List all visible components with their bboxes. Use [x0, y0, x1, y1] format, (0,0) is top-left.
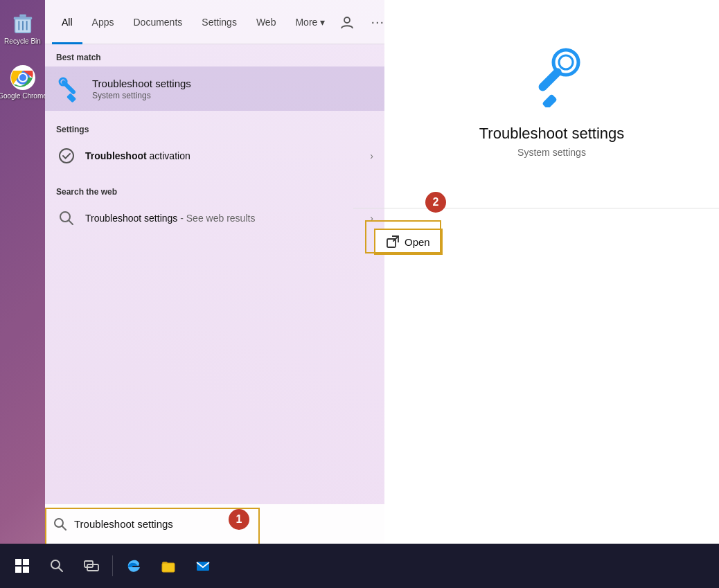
web-chevron-icon: ›	[370, 213, 373, 224]
svg-rect-26	[23, 559, 29, 565]
task-view-button[interactable]	[75, 549, 108, 582]
svg-line-30	[59, 568, 63, 572]
svg-point-18	[559, 55, 573, 69]
best-match-subtitle: System settings	[92, 91, 191, 100]
edge-button[interactable]	[117, 549, 150, 582]
tabs-right-area: ···	[335, 10, 390, 35]
web-section-label: Search the web	[45, 179, 384, 201]
tab-web[interactable]: Web	[247, 0, 286, 44]
more-chevron-icon: ▾	[320, 17, 325, 28]
person-icon-button[interactable]	[335, 10, 360, 35]
chrome-image	[10, 64, 36, 91]
mail-button[interactable]	[186, 549, 220, 582]
settings-item-title: Troubleshoot activation	[85, 150, 370, 161]
tab-all[interactable]: All	[52, 0, 82, 44]
right-panel: Troubleshoot settings System settings	[384, 0, 719, 544]
web-title-suffix: - See web results	[177, 213, 255, 224]
svg-rect-33	[162, 563, 175, 572]
best-match-title: Troubleshoot settings	[92, 78, 191, 89]
open-button-area: Open	[374, 229, 443, 255]
best-match-text: Troubleshoot settings System settings	[92, 78, 191, 100]
start-button[interactable]	[6, 549, 39, 582]
search-panel: All Apps Documents Settings Web More ▾ ·…	[45, 0, 384, 544]
app-icon-large	[517, 42, 587, 111]
search-results-area: Best match Troubleshoot settings System …	[45, 44, 384, 544]
web-item-title: Troubleshoot settings - See web results	[85, 213, 370, 224]
search-box-container	[45, 504, 384, 544]
taskbar-search-button[interactable]	[40, 549, 73, 582]
best-match-icon	[56, 75, 84, 103]
task-view-icon	[84, 558, 99, 573]
open-button-label: Open	[405, 236, 430, 248]
open-button[interactable]: Open	[374, 229, 443, 255]
svg-rect-13	[66, 93, 76, 103]
taskbar-divider-1	[112, 555, 113, 576]
web-title-main: Troubleshoot settings	[85, 213, 177, 224]
tab-settings[interactable]: Settings	[192, 0, 247, 44]
desktop-icon-area: Recycle Bin Google Chrome	[0, 0, 45, 588]
svg-point-14	[60, 149, 73, 163]
tab-documents[interactable]: Documents	[123, 0, 192, 44]
file-explorer-icon	[161, 558, 176, 573]
mail-icon	[195, 558, 211, 573]
settings-item-activation[interactable]: Troubleshoot activation ›	[45, 139, 384, 173]
right-panel-subtitle: System settings	[517, 147, 586, 158]
chrome-icon[interactable]: Google Chrome	[3, 62, 43, 103]
tab-more[interactable]: More ▾	[285, 0, 335, 44]
right-panel-title: Troubleshoot settings	[479, 125, 625, 143]
taskbar	[0, 544, 719, 588]
taskbar-search-icon	[50, 559, 64, 573]
settings-section-label: Settings	[45, 116, 384, 139]
svg-rect-27	[15, 567, 21, 573]
search-tabs: All Apps Documents Settings Web More ▾ ·…	[45, 0, 384, 44]
tab-apps[interactable]: Apps	[82, 0, 124, 44]
file-explorer-button[interactable]	[152, 549, 185, 582]
right-panel-divider	[353, 208, 719, 208]
svg-rect-1	[13, 17, 32, 19]
svg-rect-25	[15, 559, 21, 565]
check-circle-icon	[56, 145, 77, 166]
search-input[interactable]	[74, 518, 376, 530]
step1-badge: 1	[229, 509, 249, 530]
step2-badge: 2	[425, 192, 446, 213]
svg-rect-34	[197, 562, 209, 571]
svg-line-16	[69, 220, 73, 224]
troubleshoot-bold: Troubleshoot	[85, 150, 147, 161]
svg-rect-20	[542, 93, 558, 107]
recycle-bin-icon[interactable]: Recycle Bin	[3, 7, 43, 48]
best-match-item[interactable]: Troubleshoot settings System settings	[45, 66, 384, 111]
web-search-icon	[56, 208, 77, 229]
activation-text: activation	[147, 150, 190, 161]
svg-rect-2	[19, 15, 26, 17]
settings-section: Settings Troubleshoot activation ›	[45, 116, 384, 173]
web-section: Search the web Troubleshoot settings - S…	[45, 179, 384, 235]
recycle-bin-image	[10, 10, 36, 36]
recycle-bin-label: Recycle Bin	[4, 37, 41, 45]
settings-chevron-icon: ›	[370, 150, 373, 161]
web-search-item[interactable]: Troubleshoot settings - See web results …	[45, 201, 384, 235]
svg-rect-11	[61, 80, 77, 96]
external-link-icon	[387, 235, 399, 248]
svg-rect-28	[23, 567, 29, 573]
svg-rect-19	[537, 66, 563, 93]
best-match-label: Best match	[45, 44, 384, 66]
svg-point-10	[344, 17, 350, 23]
svg-line-24	[62, 526, 66, 530]
svg-point-9	[19, 74, 26, 81]
chrome-label: Google Chrome	[0, 92, 47, 100]
ellipsis-icon: ···	[371, 14, 385, 30]
search-input-icon	[53, 517, 67, 531]
start-icon	[15, 558, 30, 573]
edge-icon	[126, 558, 141, 573]
